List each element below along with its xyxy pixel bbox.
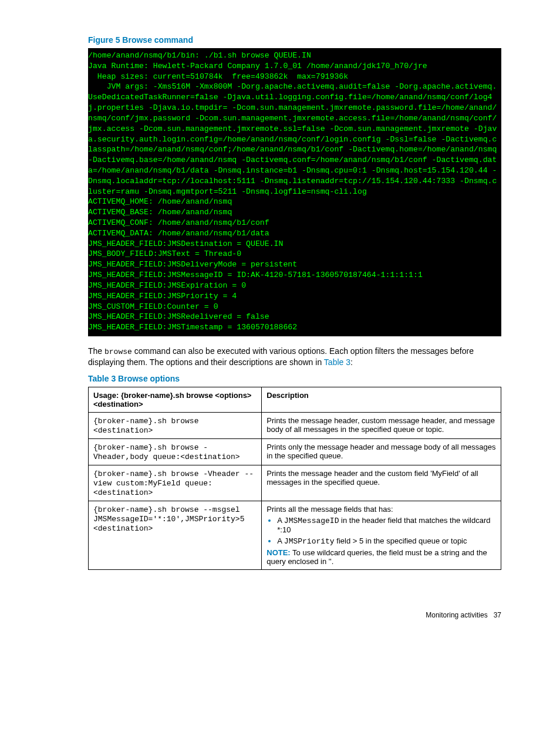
usage-cell: {broker-name}.sh browse <destination>: [89, 413, 262, 439]
terminal-line: JVM args: -Xms516M -Xmx800M -Dorg.apache…: [88, 82, 501, 197]
table-row: {broker-name}.sh browse -Vheader,body qu…: [89, 439, 501, 465]
usage-cell: {broker-name}.sh browse -Vheader --view …: [89, 465, 262, 501]
browse-command-text: browse: [104, 347, 132, 356]
usage-code: {broker-name}.sh browse <destination>: [93, 417, 198, 435]
usage-header-line1: Usage: {broker-name}.sh browse <options>: [93, 391, 251, 400]
text: A: [277, 536, 284, 545]
terminal-line: JMS_HEADER_FIELD:JMSDestination = QUEUE.…: [88, 239, 501, 249]
terminal-line: JMS_BODY_FIELD:JMSText = Thread-0: [88, 249, 501, 259]
terminal-line: /home/anand/nsmq/b1/bin: ./b1.sh browse …: [88, 50, 501, 61]
code-text: JMSMessageID: [284, 517, 339, 525]
browse-options-table: Usage: {broker-name}.sh browse <options>…: [88, 387, 501, 570]
text: The: [88, 346, 104, 356]
usage-cell: {broker-name}.sh browse --msgsel JMSMess…: [89, 501, 262, 570]
list-item: A JMSPriority field > 5 in the specified…: [277, 536, 496, 546]
footer-section: Monitoring activities: [426, 611, 487, 619]
usage-code: {broker-name}.sh browse -Vheader,body qu…: [93, 443, 240, 461]
usage-header-line2: <destination>: [93, 400, 143, 409]
note: NOTE: To use wildcard queries, the field…: [266, 548, 496, 566]
terminal-line: JMS_HEADER_FIELD:JMSPriority = 4: [88, 291, 501, 302]
note-label: NOTE:: [266, 548, 290, 557]
note-text: To use wildcard queries, the field must …: [266, 548, 487, 566]
usage-header: Usage: {broker-name}.sh browse <options>…: [89, 387, 262, 413]
terminal-line: ACTIVEMQ_BASE: /home/anand/nsmq: [88, 207, 501, 218]
table-row: {broker-name}.sh browse <destination>Pri…: [89, 413, 501, 439]
page-footer: Monitoring activities 37: [88, 611, 501, 619]
list-item: A JMSMessageID in the header field that …: [277, 516, 496, 534]
terminal-line: ACTIVEMQ_HOME: /home/anand/nsmq: [88, 197, 501, 207]
terminal-line: ACTIVEMQ_DATA: /home/anand/nsmq/b1/data: [88, 228, 501, 239]
desc-list: A JMSMessageID in the header field that …: [277, 516, 496, 546]
code-text: JMSPriority: [284, 537, 335, 546]
usage-cell: {broker-name}.sh browse -Vheader,body qu…: [89, 439, 262, 465]
table-3-link[interactable]: Table 3: [324, 357, 350, 367]
terminal-line: Java Runtime: Hewlett-Packard Company 1.…: [88, 61, 501, 72]
terminal-line: JMS_HEADER_FIELD:JMSExpiration = 0: [88, 281, 501, 291]
text: A: [277, 516, 284, 525]
intro-paragraph: The browse command can also be executed …: [88, 346, 501, 368]
description-cell: Prints the message header and the custom…: [262, 465, 501, 501]
terminal-line: JMS_HEADER_FIELD:JMSTimestamp = 13605701…: [88, 322, 501, 333]
figure-caption: Figure 5 Browse command: [88, 35, 501, 45]
description-cell: Prints only the message header and messa…: [262, 439, 501, 465]
terminal-line: JMS_HEADER_FIELD:JMSDeliveryMode = persi…: [88, 259, 501, 270]
terminal-output: /home/anand/nsmq/b1/bin: ./b1.sh browse …: [88, 48, 501, 336]
terminal-line: Heap sizes: current=510784k free=493862k…: [88, 72, 501, 82]
table-row: {broker-name}.sh browse -Vheader --view …: [89, 465, 501, 501]
footer-page-number: 37: [494, 611, 501, 619]
text: :: [350, 357, 353, 367]
description-header: Description: [262, 387, 501, 413]
text: field > 5 in the specified queue or topi…: [335, 536, 467, 545]
terminal-line: ACTIVEMQ_CONF: /home/anand/nsmq/b1/conf: [88, 218, 501, 228]
desc-intro: Prints all the message fields that has:: [266, 505, 496, 514]
usage-code: {broker-name}.sh browse --msgsel JMSMess…: [93, 505, 244, 533]
text: command can also be executed with variou…: [88, 346, 474, 367]
table-caption: Table 3 Browse options: [88, 374, 501, 383]
terminal-line: JMS_HEADER_FIELD:JMSRedelivered = false: [88, 312, 501, 322]
terminal-line: JMS_CUSTOM_FIELD:Counter = 0: [88, 302, 501, 312]
usage-code: {broker-name}.sh browse -Vheader --view …: [93, 470, 254, 497]
table-header-row: Usage: {broker-name}.sh browse <options>…: [89, 387, 501, 413]
table-row: {broker-name}.sh browse --msgsel JMSMess…: [89, 501, 501, 570]
description-cell: Prints the message header, custom messag…: [262, 413, 501, 439]
page-content: Figure 5 Browse command /home/anand/nsmq…: [0, 0, 560, 643]
description-cell: Prints all the message fields that has:A…: [262, 501, 501, 570]
terminal-line: JMS_HEADER_FIELD:JMSMessageID = ID:AK-41…: [88, 270, 501, 281]
